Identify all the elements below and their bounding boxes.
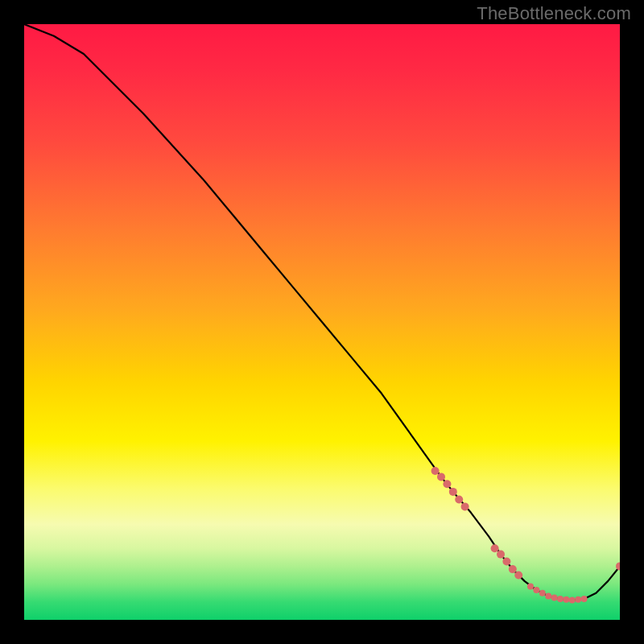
curve-svg [24, 24, 620, 620]
plot-area [24, 24, 620, 620]
marker-point [581, 596, 588, 602]
marker-point [616, 562, 620, 570]
marker-point [575, 597, 581, 603]
marker-point [449, 488, 457, 496]
marker-point [557, 596, 564, 602]
marker-point [514, 572, 522, 580]
marker-point [497, 551, 505, 559]
marker-point [443, 480, 451, 488]
marker-point [491, 544, 499, 552]
marker-point [533, 587, 539, 593]
marker-point [563, 597, 569, 603]
marker-point [569, 597, 576, 604]
bottleneck-curve-path [24, 24, 620, 601]
marker-point [539, 590, 546, 597]
marker-point [431, 467, 440, 475]
marker-point [551, 595, 558, 601]
marker-point [502, 558, 510, 566]
marker-point [545, 592, 551, 599]
chart-frame: TheBottleneck.com [0, 0, 644, 644]
watermark-label: TheBottleneck.com [477, 3, 631, 24]
marker-point [509, 565, 517, 573]
marker-point [461, 502, 469, 510]
marker-point [455, 496, 463, 504]
marker-point [437, 473, 445, 481]
marker-point [527, 584, 534, 590]
